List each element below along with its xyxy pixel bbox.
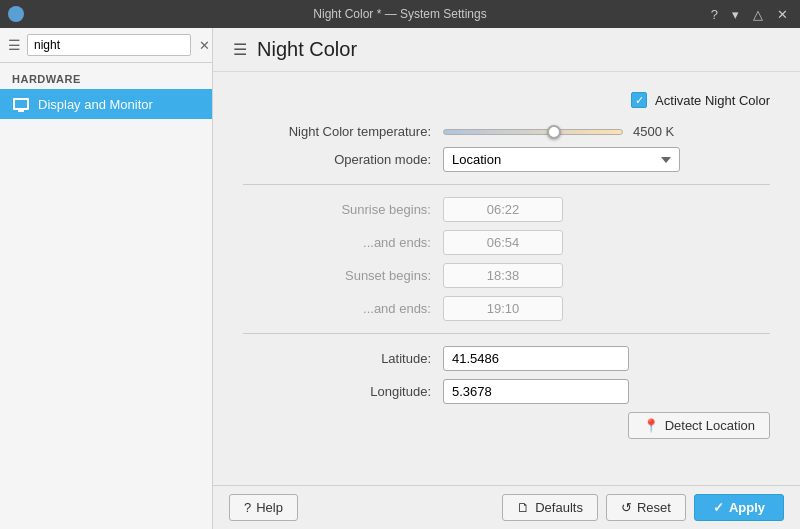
divider-2 [243,333,770,334]
sunrise-ends-row: ...and ends: 06:54 [243,230,770,255]
defaults-button[interactable]: 🗋 Defaults [502,494,598,521]
operation-mode-select[interactable]: Always on Location Manual time Sunrise a… [443,147,680,172]
temperature-row: Night Color temperature: 4500 K [243,124,770,139]
main-layout: ☰ ✕ Hardware Display and Monitor ☰ Night… [0,28,800,529]
app-icon [8,6,24,22]
operation-mode-label: Operation mode: [243,152,443,167]
help-title-btn[interactable]: ? [707,5,722,24]
activate-label: Activate Night Color [655,93,770,108]
sunset-ends-row: ...and ends: 19:10 [243,296,770,321]
apply-icon: ✓ [713,500,724,515]
longitude-row: Longitude: [243,379,770,404]
sunrise-ends-label: ...and ends: [243,235,443,250]
sunset-begins-row: Sunset begins: 18:38 [243,263,770,288]
defaults-label: Defaults [535,500,583,515]
latitude-label: Latitude: [243,351,443,366]
hamburger-icon[interactable]: ☰ [233,40,247,59]
sidebar-item-label: Display and Monitor [38,97,153,112]
longitude-input[interactable] [443,379,629,404]
reset-button[interactable]: ↺ Reset [606,494,686,521]
temperature-slider-thumb[interactable] [547,125,561,139]
defaults-icon: 🗋 [517,500,530,515]
apply-button[interactable]: ✓ Apply [694,494,784,521]
sidebar-item-display-monitor[interactable]: Display and Monitor [0,89,212,119]
activate-checkbox[interactable]: ✓ [631,92,647,108]
title-bar-controls: ? ▾ △ ✕ [707,5,792,24]
sunrise-begins-row: Sunrise begins: 06:22 [243,197,770,222]
operation-mode-row: Operation mode: Always on Location Manua… [243,147,770,172]
longitude-label: Longitude: [243,384,443,399]
sunset-begins-label: Sunset begins: [243,268,443,283]
search-input[interactable] [27,34,191,56]
apply-label: Apply [729,500,765,515]
help-icon: ? [244,500,251,515]
clear-search-button[interactable]: ✕ [197,38,212,53]
latitude-row: Latitude: [243,346,770,371]
monitor-icon [12,95,30,113]
sidebar-section-hardware: Hardware [0,63,212,89]
title-bar-left [8,6,24,22]
page-title: Night Color [257,38,357,61]
sunset-ends-value: 19:10 [443,296,563,321]
activate-night-color-row: ✓ Activate Night Color [243,92,770,108]
detect-btn-offset: 📍 Detect Location [628,412,770,439]
bottom-right-actions: 🗋 Defaults ↺ Reset ✓ Apply [502,494,784,521]
minimize-btn[interactable]: ▾ [728,5,743,24]
bottom-left-actions: ? Help [229,494,298,521]
help-label: Help [256,500,283,515]
reset-label: Reset [637,500,671,515]
detect-location-button[interactable]: 📍 Detect Location [628,412,770,439]
detect-location-row: 📍 Detect Location [243,412,770,439]
bottom-bar: ? Help 🗋 Defaults ↺ Reset ✓ Apply [213,485,800,529]
close-btn[interactable]: ✕ [773,5,792,24]
sidebar: ☰ ✕ Hardware Display and Monitor [0,28,213,529]
latitude-input[interactable] [443,346,629,371]
temperature-value: 4500 K [633,124,674,139]
sunset-ends-label: ...and ends: [243,301,443,316]
content-header: ☰ Night Color [213,28,800,72]
settings-panel: ✓ Activate Night Color Night Color tempe… [213,72,800,485]
title-bar: Night Color * — System Settings ? ▾ △ ✕ [0,0,800,28]
temperature-slider-track[interactable] [443,129,623,135]
divider-1 [243,184,770,185]
help-button[interactable]: ? Help [229,494,298,521]
window-title: Night Color * — System Settings [313,7,486,21]
sunset-begins-value: 18:38 [443,263,563,288]
detect-location-label: Detect Location [665,418,755,433]
sunrise-begins-label: Sunrise begins: [243,202,443,217]
location-pin-icon: 📍 [643,418,659,433]
reset-icon: ↺ [621,500,632,515]
temperature-label: Night Color temperature: [243,124,443,139]
sunrise-ends-value: 06:54 [443,230,563,255]
sidebar-search-area: ☰ ✕ [0,28,212,63]
content-area: ☰ Night Color ✓ Activate Night Color Nig… [213,28,800,529]
search-icon: ☰ [8,37,21,53]
sunrise-begins-value: 06:22 [443,197,563,222]
maximize-btn[interactable]: △ [749,5,767,24]
temperature-slider-container: 4500 K [443,124,770,139]
